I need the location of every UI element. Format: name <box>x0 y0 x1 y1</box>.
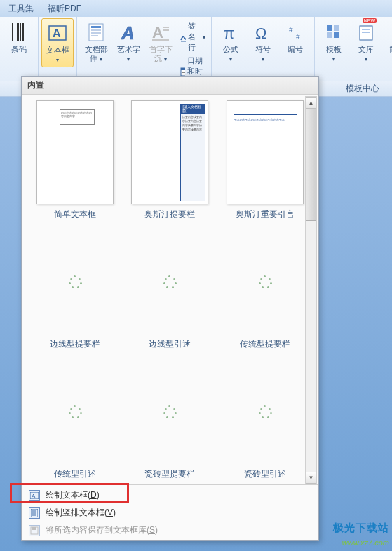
dropcap-icon: A <box>151 22 170 42</box>
textbox-icon: A <box>48 23 67 43</box>
svg-text:A: A <box>121 22 135 42</box>
svg-rect-38 <box>31 509 38 517</box>
number-icon: ## <box>286 23 304 41</box>
svg-rect-11 <box>91 35 98 36</box>
loading-icon <box>258 275 272 289</box>
template-border-sidebar[interactable]: 边线型提要栏 <box>27 230 123 350</box>
template-border-quote[interactable]: 边线型引述 <box>123 230 218 350</box>
tab-toolset[interactable]: 工具集 <box>1 1 41 17</box>
template-austin-quote[interactable]: 引言内容引言内容引言内容引言内容引言 奥斯汀重要引言 <box>217 100 313 220</box>
template-traditional-quote[interactable]: 传统型引述 <box>27 360 123 480</box>
svg-rect-0 <box>12 23 13 41</box>
library-button[interactable]: NEW 文库▾ <box>350 18 382 67</box>
gallery-scrollbar[interactable]: ▲ ▼ <box>305 96 317 484</box>
svg-rect-32 <box>334 32 339 38</box>
omega-icon: Ω <box>254 23 272 41</box>
template-traditional-sidebar[interactable]: 传统型提要栏 <box>217 230 313 350</box>
gallery-footer: A 绘制文本框(D) 绘制竖排文本框(V) 将所选内容保存到文本框库(S) <box>22 484 318 540</box>
svg-rect-8 <box>91 26 101 28</box>
template-icon <box>325 23 343 41</box>
svg-rect-2 <box>17 23 19 41</box>
dropcap-button[interactable]: A 首字下沉 ▾ <box>144 18 177 67</box>
gallery-grid: 内容内容内容内容内容内容内容内容 简单文本框 [键入文档标题]摘要内容摘要内容摘… <box>22 95 318 484</box>
svg-rect-1 <box>15 23 15 41</box>
svg-text:π: π <box>224 25 234 41</box>
simple-button[interactable]: 简 <box>382 18 392 67</box>
svg-text:A: A <box>53 27 61 39</box>
template-tile-quote[interactable]: 瓷砖型引述 <box>217 360 313 480</box>
textbox-horizontal-icon: A <box>29 490 40 501</box>
pi-icon: π <box>222 23 240 41</box>
svg-text:#: # <box>296 33 300 41</box>
library-icon <box>357 23 375 41</box>
loading-icon <box>163 405 177 419</box>
tab-bar: 工具集 福昕PDF <box>0 0 392 17</box>
draw-vertical-textbox-menuitem[interactable]: 绘制竖排文本框(V) <box>22 504 318 522</box>
watermark-url: www.xz7.com <box>342 538 389 547</box>
svg-rect-16 <box>152 39 169 41</box>
svg-text:Ω: Ω <box>255 25 266 41</box>
scroll-down-button[interactable]: ▼ <box>306 472 316 484</box>
template-austin-sidebar[interactable]: [键入文档标题]摘要内容摘要内容摘要内容摘要内容摘要内容摘要内容摘要内容 奥斯汀… <box>123 100 218 220</box>
scroll-thumb[interactable] <box>306 109 316 221</box>
watermark-logo-icon <box>306 516 330 540</box>
template-center-link[interactable]: 模板中心 <box>346 83 379 95</box>
svg-rect-21 <box>184 72 185 73</box>
scroll-up-button[interactable]: ▲ <box>306 97 316 109</box>
wordart-button[interactable]: A 艺术字 ▾ <box>112 18 144 67</box>
svg-rect-20 <box>182 72 184 73</box>
textbox-button[interactable]: A 文本框▾ <box>41 18 74 67</box>
svg-rect-31 <box>327 32 332 38</box>
watermark: 极光下载站 www.xz7.com <box>306 516 389 547</box>
svg-text:#: # <box>289 26 293 34</box>
svg-rect-4 <box>22 23 24 41</box>
signature-icon <box>180 32 186 43</box>
template-tile-sidebar[interactable]: 瓷砖型提要栏 <box>123 360 218 480</box>
new-badge: NEW <box>363 18 377 23</box>
svg-rect-19 <box>181 68 185 70</box>
docparts-button[interactable]: 文档部件 ▾ <box>80 18 112 67</box>
gallery-header: 内置 <box>22 77 318 95</box>
template-simple-textbox[interactable]: 内容内容内容内容内容内容内容内容 简单文本框 <box>27 100 123 220</box>
svg-rect-29 <box>327 25 332 31</box>
wordart-icon: A <box>119 22 138 42</box>
loading-icon <box>258 405 272 419</box>
svg-text:A: A <box>152 24 163 41</box>
svg-rect-15 <box>163 29 169 31</box>
signature-button[interactable]: 签名行 ▾ <box>177 20 208 54</box>
template-button[interactable]: 模板▾ <box>318 18 350 67</box>
textbox-gallery-dropdown: 内置 内容内容内容内容内容内容内容内容 简单文本框 [键入文档标题]摘要内容摘要… <box>21 76 319 541</box>
save-icon <box>29 525 40 536</box>
svg-text:A: A <box>32 493 36 499</box>
svg-rect-14 <box>163 27 169 28</box>
tab-foxit-pdf[interactable]: 福昕PDF <box>41 1 88 17</box>
symbol-button[interactable]: Ω 符号▾ <box>247 18 279 67</box>
svg-rect-10 <box>91 32 101 34</box>
textbox-vertical-icon <box>29 507 40 519</box>
draw-textbox-menuitem[interactable]: A 绘制文本框(D) <box>22 486 318 504</box>
loading-icon <box>68 275 82 289</box>
formula-button[interactable]: π 公式▾ <box>215 18 247 67</box>
watermark-brand: 极光下载站 <box>333 522 389 535</box>
docparts-icon <box>87 22 105 42</box>
svg-rect-9 <box>91 29 101 31</box>
barcode-icon <box>12 23 26 41</box>
ribbon: 条码 A 文本框▾ 文档部件 ▾ A 艺术字 ▾ A 首字下沉 ▾ 签名行 ▾ <box>0 17 392 81</box>
svg-rect-34 <box>362 29 370 30</box>
number-button[interactable]: ## 编号 <box>279 18 311 67</box>
save-to-gallery-menuitem: 将所选内容保存到文本框库(S) <box>22 522 318 539</box>
svg-rect-30 <box>334 25 339 31</box>
loading-icon <box>68 405 82 419</box>
svg-rect-3 <box>20 23 21 41</box>
svg-rect-35 <box>362 32 370 33</box>
barcode-button[interactable]: 条码 <box>3 18 35 67</box>
svg-rect-42 <box>32 527 36 530</box>
loading-icon <box>163 275 177 289</box>
